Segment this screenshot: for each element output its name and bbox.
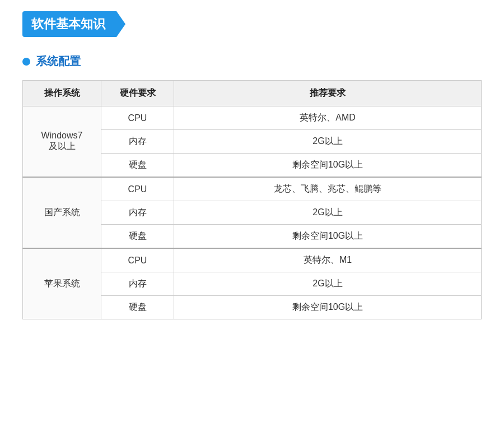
hardware-cell: 硬盘 — [101, 296, 174, 319]
hardware-cell: CPU — [101, 177, 174, 201]
hardware-cell: 硬盘 — [101, 154, 174, 178]
section-heading: 系统配置 — [22, 54, 482, 69]
hardware-cell: 内存 — [101, 130, 174, 154]
hardware-cell: 硬盘 — [101, 225, 174, 249]
header-rec: 推荐要求 — [174, 81, 482, 106]
os-cell: 国产系统 — [23, 177, 101, 248]
recommendation-cell: 剩余空间10G以上 — [174, 154, 482, 178]
os-cell: 苹果系统 — [23, 248, 101, 319]
recommendation-cell: 英特尔、AMD — [174, 106, 482, 130]
table-row: 国产系统CPU龙芯、飞腾、兆芯、鲲鹏等 — [23, 177, 482, 201]
recommendation-cell: 剩余空间10G以上 — [174, 225, 482, 249]
recommendation-cell: 英特尔、M1 — [174, 248, 482, 272]
table-row: 苹果系统CPU英特尔、M1 — [23, 248, 482, 272]
recommendation-cell: 2G以上 — [174, 272, 482, 296]
header-os: 操作系统 — [23, 81, 101, 106]
hardware-cell: CPU — [101, 248, 174, 272]
recommendation-cell: 2G以上 — [174, 201, 482, 225]
table-header-row: 操作系统 硬件要求 推荐要求 — [23, 81, 482, 106]
bullet-dot — [22, 58, 30, 66]
hardware-cell: 内存 — [101, 201, 174, 225]
hardware-cell: 内存 — [101, 272, 174, 296]
title-text: 软件基本知识 — [31, 16, 105, 33]
hardware-cell: CPU — [101, 106, 174, 130]
recommendation-cell: 2G以上 — [174, 130, 482, 154]
table-row: Windows7 及以上CPU英特尔、AMD — [23, 106, 482, 130]
os-cell: Windows7 及以上 — [23, 106, 101, 178]
recommendation-cell: 龙芯、飞腾、兆芯、鲲鹏等 — [174, 177, 482, 201]
config-table: 操作系统 硬件要求 推荐要求 Windows7 及以上CPU英特尔、AMD内存2… — [22, 80, 482, 319]
header-hw: 硬件要求 — [101, 81, 174, 106]
section-title: 系统配置 — [36, 54, 81, 69]
title-banner: 软件基本知识 — [22, 11, 125, 37]
recommendation-cell: 剩余空间10G以上 — [174, 296, 482, 319]
